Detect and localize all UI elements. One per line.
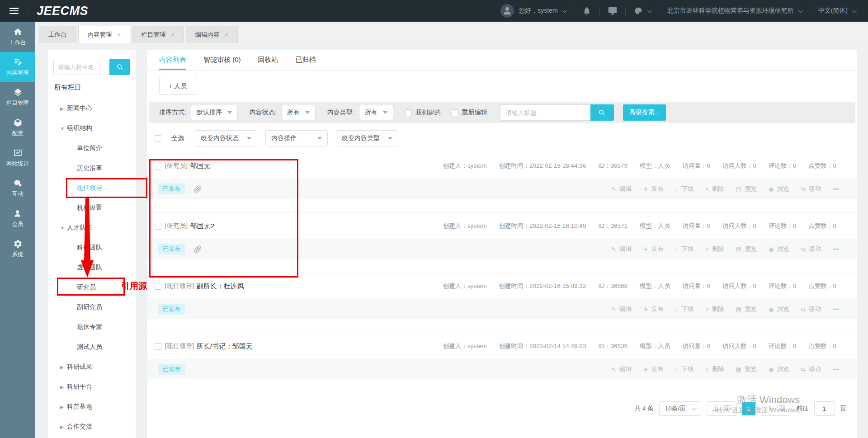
tree-item-research-results[interactable]: ▶科研成果 (48, 357, 136, 377)
edit-action[interactable]: ✎编辑 (611, 305, 632, 313)
move-action[interactable]: ⇆移动 (801, 245, 821, 253)
tree-item-cooperation[interactable]: ▶合作交流 (48, 417, 136, 437)
window-tab-channels[interactable]: 栏目管理 × (132, 26, 184, 43)
state-select[interactable]: 所有 (281, 105, 316, 120)
delete-action[interactable]: ×删除 (705, 245, 724, 253)
browse-action[interactable]: ◉浏览 (769, 185, 789, 193)
sidebar-item-workbench[interactable]: 工作台 (0, 22, 35, 52)
more-action[interactable]: ••• (833, 365, 839, 373)
more-action[interactable]: ••• (833, 245, 839, 253)
site-selector[interactable]: 北京市农林科学院植物营养与资源环境研究所 (667, 7, 802, 15)
delete-action[interactable]: ×删除 (705, 185, 724, 193)
move-action[interactable]: ⇆移动 (801, 365, 821, 373)
tab-recycle-bin[interactable]: 回收站 (258, 50, 278, 70)
tree-item-retired-experts[interactable]: 退休专家 (48, 317, 136, 337)
tab-smart-review[interactable]: 智能审核 (0) (203, 50, 241, 70)
language-selector[interactable]: 中文(简体) (818, 7, 855, 15)
row-title[interactable]: 副所长：杜连凤 (197, 282, 244, 291)
sidebar-item-config[interactable]: 配置 (0, 113, 35, 143)
sidebar-item-interaction[interactable]: 互动 (0, 173, 35, 203)
row-checkbox[interactable] (155, 343, 161, 350)
window-tab-content[interactable]: 内容管理 × (78, 26, 130, 43)
sort-select[interactable]: 默认排序 (191, 105, 238, 120)
avatar[interactable] (500, 4, 514, 18)
browse-action[interactable]: ◉浏览 (769, 365, 789, 373)
move-action[interactable]: ⇆移动 (801, 305, 821, 313)
site-preview-button[interactable] (608, 6, 617, 15)
title-search-input[interactable] (500, 104, 590, 121)
row-title[interactable]: 邹国元2 (190, 222, 214, 231)
tree-item-research-team[interactable]: 科研团队 (48, 238, 136, 258)
move-action[interactable]: ⇆移动 (801, 185, 821, 193)
tree-item-org-setup[interactable]: 机构设置 (48, 198, 136, 218)
publish-action[interactable]: ✈发布 (643, 365, 664, 373)
current-page-button[interactable]: 1 (742, 402, 755, 415)
offline-action[interactable]: ↓下线 (675, 185, 694, 193)
tree-item-test-staff[interactable]: 测试人员 (48, 337, 136, 357)
tab-content-list[interactable]: 内容列表 (159, 50, 186, 70)
browse-action[interactable]: ◉浏览 (769, 305, 789, 313)
add-person-button[interactable]: + 人员 (159, 78, 196, 95)
sidebar-item-channels[interactable]: 栏目管理 (0, 82, 35, 113)
publish-action[interactable]: ✈发布 (643, 305, 664, 313)
sidebar-item-system[interactable]: 系统 (0, 234, 35, 264)
user-menu[interactable]: 您好，system (519, 7, 565, 15)
window-tab-edit-content[interactable]: 编辑内容 × (186, 26, 238, 43)
edit-action[interactable]: ✎编辑 (611, 185, 632, 193)
advanced-search-button[interactable]: 高级搜索... (623, 104, 666, 121)
goto-page-input[interactable] (814, 401, 835, 416)
more-action[interactable]: ••• (833, 305, 839, 313)
notifications-button[interactable] (582, 6, 591, 15)
tree-item-virtual-team[interactable]: 虚拟团队 (48, 258, 136, 278)
window-tab-workbench[interactable]: 工作台 (39, 26, 76, 43)
close-icon[interactable]: × (225, 32, 228, 38)
title-search-button[interactable] (590, 104, 614, 121)
sidebar-item-members[interactable]: 会员 (0, 203, 35, 234)
edit-action[interactable]: ✎编辑 (611, 245, 632, 253)
close-icon[interactable]: × (171, 32, 175, 38)
edit-action[interactable]: ✎编辑 (611, 365, 632, 373)
offline-action[interactable]: ↓下线 (675, 305, 694, 313)
tree-item-history[interactable]: 历史沿革 (48, 158, 136, 178)
tree-item-science-base[interactable]: ▶科普基地 (48, 397, 136, 417)
next-page-button[interactable]: 下一页 (761, 401, 791, 416)
close-icon[interactable]: × (118, 32, 121, 38)
type-select[interactable]: 所有 (359, 105, 393, 120)
created-by-me-checkbox[interactable]: 我创建的 (405, 108, 441, 117)
preview-action[interactable]: ▤预览 (736, 245, 757, 253)
delete-action[interactable]: ×删除 (705, 305, 724, 313)
menu-toggle-button[interactable] (0, 0, 28, 22)
delete-action[interactable]: ×删除 (705, 365, 724, 373)
tree-item-talent-team[interactable]: ▼人才队伍 (48, 218, 136, 238)
tree-item-unit-intro[interactable]: 单位简介 (48, 138, 136, 158)
row-checkbox[interactable] (155, 223, 161, 230)
tree-root-all-channels[interactable]: 所有栏目 (54, 82, 136, 92)
preview-action[interactable]: ▤预览 (736, 365, 757, 373)
change-state-select[interactable]: 改变内容状态 (195, 130, 257, 146)
select-all-checkbox[interactable] (155, 135, 161, 142)
tree-item-news-center[interactable]: ▶新闻中心 (48, 99, 136, 118)
prev-page-button[interactable]: 上一页 (707, 401, 737, 416)
channel-search-button[interactable] (109, 59, 130, 75)
row-checkbox[interactable] (155, 163, 161, 170)
paperclip-icon[interactable] (194, 245, 202, 253)
offline-action[interactable]: ↓下线 (675, 365, 694, 373)
tree-item-associate-researcher[interactable]: 副研究员 (48, 297, 136, 317)
tab-archived[interactable]: 已归档 (296, 50, 316, 70)
tree-item-current-leaders[interactable]: 现任领导 (48, 178, 136, 198)
browse-action[interactable]: ◉浏览 (769, 245, 789, 253)
sidebar-item-statistics[interactable]: 网站统计 (0, 143, 35, 173)
page-size-select[interactable]: 10条/页 (659, 401, 701, 416)
row-checkbox[interactable] (155, 283, 161, 290)
tree-item-research-platform[interactable]: ▶科研平台 (48, 377, 136, 397)
preview-action[interactable]: ▤预览 (736, 185, 757, 193)
row-title[interactable]: 邹国元 (190, 162, 211, 170)
sidebar-item-content[interactable]: 内容管理 (0, 52, 35, 82)
paperclip-icon[interactable] (194, 185, 202, 193)
row-title[interactable]: 所长/书记：邹国元 (197, 342, 253, 351)
preview-action[interactable]: ▤预览 (736, 305, 757, 313)
theme-menu[interactable] (634, 6, 651, 15)
channel-search-input[interactable] (53, 59, 109, 75)
change-type-select[interactable]: 改变内容类型 (336, 130, 398, 146)
publish-action[interactable]: ✈发布 (643, 185, 664, 193)
